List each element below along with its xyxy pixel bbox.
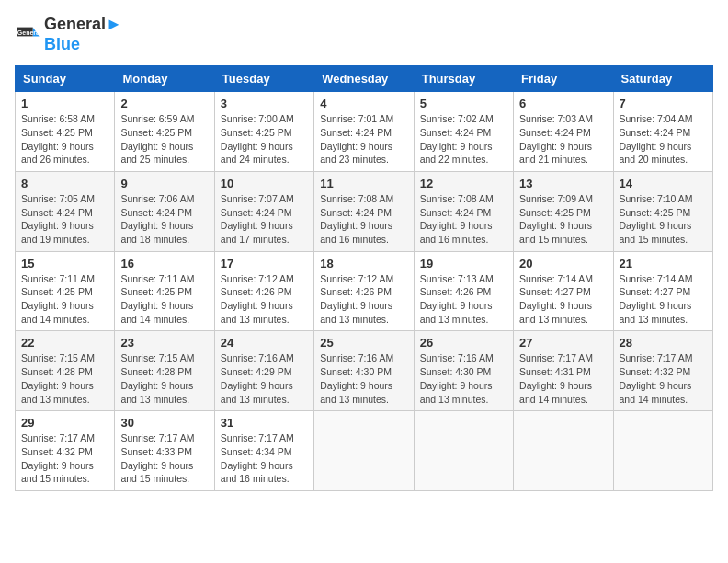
calendar-cell: 24Sunrise: 7:16 AMSunset: 4:29 PMDayligh… bbox=[214, 331, 313, 411]
calendar-cell: 19Sunrise: 7:13 AMSunset: 4:26 PMDayligh… bbox=[414, 251, 513, 331]
day-info: Sunrise: 7:17 AMSunset: 4:34 PMDaylight:… bbox=[221, 431, 308, 486]
calendar-week-3: 15Sunrise: 7:11 AMSunset: 4:25 PMDayligh… bbox=[16, 251, 713, 331]
day-number: 15 bbox=[21, 257, 108, 270]
day-info: Sunrise: 7:16 AMSunset: 4:30 PMDaylight:… bbox=[420, 351, 507, 406]
day-info: Sunrise: 7:17 AMSunset: 4:33 PMDaylight:… bbox=[120, 431, 208, 486]
day-info: Sunrise: 7:16 AMSunset: 4:30 PMDaylight:… bbox=[320, 351, 407, 406]
day-number: 2 bbox=[120, 97, 208, 110]
day-info: Sunrise: 7:11 AMSunset: 4:25 PMDaylight:… bbox=[21, 272, 108, 327]
calendar-cell: 20Sunrise: 7:14 AMSunset: 4:27 PMDayligh… bbox=[514, 251, 613, 331]
day-info: Sunrise: 7:03 AMSunset: 4:24 PMDaylight:… bbox=[519, 112, 607, 167]
calendar-cell bbox=[514, 411, 613, 491]
day-info: Sunrise: 7:14 AMSunset: 4:27 PMDaylight:… bbox=[519, 272, 607, 327]
day-number: 27 bbox=[519, 336, 607, 350]
calendar-week-4: 22Sunrise: 7:15 AMSunset: 4:28 PMDayligh… bbox=[16, 331, 713, 411]
calendar-cell: 2Sunrise: 6:59 AMSunset: 4:25 PMDaylight… bbox=[115, 92, 214, 172]
calendar-table: SundayMondayTuesdayWednesdayThursdayFrid… bbox=[15, 65, 713, 491]
day-number: 19 bbox=[420, 257, 507, 270]
day-number: 13 bbox=[519, 177, 607, 190]
calendar-cell: 27Sunrise: 7:17 AMSunset: 4:31 PMDayligh… bbox=[514, 331, 613, 411]
day-info: Sunrise: 6:58 AMSunset: 4:25 PMDaylight:… bbox=[21, 112, 108, 167]
calendar-cell: 21Sunrise: 7:14 AMSunset: 4:27 PMDayligh… bbox=[613, 251, 712, 331]
calendar-cell: 10Sunrise: 7:07 AMSunset: 4:24 PMDayligh… bbox=[214, 171, 313, 251]
day-info: Sunrise: 7:12 AMSunset: 4:26 PMDaylight:… bbox=[320, 272, 407, 327]
calendar-cell: 7Sunrise: 7:04 AMSunset: 4:24 PMDaylight… bbox=[613, 92, 712, 172]
day-number: 29 bbox=[21, 416, 108, 430]
day-info: Sunrise: 7:13 AMSunset: 4:26 PMDaylight:… bbox=[420, 272, 507, 327]
calendar-header-row: SundayMondayTuesdayWednesdayThursdayFrid… bbox=[16, 66, 713, 92]
day-number: 25 bbox=[320, 336, 407, 350]
day-number: 10 bbox=[221, 177, 308, 190]
calendar-cell: 8Sunrise: 7:05 AMSunset: 4:24 PMDaylight… bbox=[16, 171, 115, 251]
day-number: 11 bbox=[320, 177, 407, 190]
logo: General General►Blue bbox=[15, 15, 122, 54]
calendar-cell: 23Sunrise: 7:15 AMSunset: 4:28 PMDayligh… bbox=[115, 331, 214, 411]
calendar-week-5: 29Sunrise: 7:17 AMSunset: 4:32 PMDayligh… bbox=[16, 411, 713, 491]
day-info: Sunrise: 6:59 AMSunset: 4:25 PMDaylight:… bbox=[120, 112, 208, 167]
day-number: 9 bbox=[120, 177, 208, 190]
calendar-cell: 16Sunrise: 7:11 AMSunset: 4:25 PMDayligh… bbox=[115, 251, 214, 331]
logo-text: General►Blue bbox=[44, 15, 122, 54]
calendar-cell: 6Sunrise: 7:03 AMSunset: 4:24 PMDaylight… bbox=[514, 92, 613, 172]
calendar-cell: 18Sunrise: 7:12 AMSunset: 4:26 PMDayligh… bbox=[314, 251, 414, 331]
calendar-cell: 25Sunrise: 7:16 AMSunset: 4:30 PMDayligh… bbox=[314, 331, 414, 411]
calendar-cell: 12Sunrise: 7:08 AMSunset: 4:24 PMDayligh… bbox=[414, 171, 513, 251]
day-number: 16 bbox=[120, 257, 208, 270]
day-number: 31 bbox=[221, 416, 308, 430]
day-number: 1 bbox=[21, 97, 108, 110]
calendar-cell: 11Sunrise: 7:08 AMSunset: 4:24 PMDayligh… bbox=[314, 171, 414, 251]
calendar-cell: 22Sunrise: 7:15 AMSunset: 4:28 PMDayligh… bbox=[16, 331, 115, 411]
day-info: Sunrise: 7:02 AMSunset: 4:24 PMDaylight:… bbox=[420, 112, 507, 167]
calendar-cell: 9Sunrise: 7:06 AMSunset: 4:24 PMDaylight… bbox=[115, 171, 214, 251]
calendar-cell: 29Sunrise: 7:17 AMSunset: 4:32 PMDayligh… bbox=[16, 411, 115, 491]
day-info: Sunrise: 7:05 AMSunset: 4:24 PMDaylight:… bbox=[21, 192, 108, 247]
calendar-cell: 31Sunrise: 7:17 AMSunset: 4:34 PMDayligh… bbox=[214, 411, 313, 491]
day-info: Sunrise: 7:06 AMSunset: 4:24 PMDaylight:… bbox=[120, 192, 208, 247]
day-info: Sunrise: 7:01 AMSunset: 4:24 PMDaylight:… bbox=[320, 112, 407, 167]
day-number: 26 bbox=[420, 336, 507, 350]
day-number: 3 bbox=[221, 97, 308, 110]
day-header-tuesday: Tuesday bbox=[214, 66, 313, 92]
calendar-cell bbox=[613, 411, 712, 491]
day-number: 23 bbox=[120, 336, 208, 350]
day-number: 14 bbox=[620, 177, 707, 190]
day-number: 22 bbox=[21, 336, 108, 350]
calendar-cell: 1Sunrise: 6:58 AMSunset: 4:25 PMDaylight… bbox=[16, 92, 115, 172]
day-info: Sunrise: 7:14 AMSunset: 4:27 PMDaylight:… bbox=[620, 272, 707, 327]
calendar-week-1: 1Sunrise: 6:58 AMSunset: 4:25 PMDaylight… bbox=[16, 92, 713, 172]
day-info: Sunrise: 7:12 AMSunset: 4:26 PMDaylight:… bbox=[221, 272, 308, 327]
calendar-cell: 14Sunrise: 7:10 AMSunset: 4:25 PMDayligh… bbox=[613, 171, 712, 251]
day-info: Sunrise: 7:17 AMSunset: 4:32 PMDaylight:… bbox=[620, 351, 707, 406]
day-info: Sunrise: 7:07 AMSunset: 4:24 PMDaylight:… bbox=[221, 192, 308, 247]
calendar-cell: 17Sunrise: 7:12 AMSunset: 4:26 PMDayligh… bbox=[214, 251, 313, 331]
calendar-cell: 3Sunrise: 7:00 AMSunset: 4:25 PMDaylight… bbox=[214, 92, 313, 172]
day-header-monday: Monday bbox=[115, 66, 214, 92]
day-header-saturday: Saturday bbox=[613, 66, 712, 92]
day-number: 28 bbox=[620, 336, 707, 350]
day-header-thursday: Thursday bbox=[414, 66, 513, 92]
calendar-week-2: 8Sunrise: 7:05 AMSunset: 4:24 PMDaylight… bbox=[16, 171, 713, 251]
logo-icon: General bbox=[15, 22, 40, 48]
day-number: 12 bbox=[420, 177, 507, 190]
page-header: General General►Blue bbox=[15, 15, 713, 54]
day-info: Sunrise: 7:15 AMSunset: 4:28 PMDaylight:… bbox=[120, 351, 208, 406]
calendar-cell: 26Sunrise: 7:16 AMSunset: 4:30 PMDayligh… bbox=[414, 331, 513, 411]
day-number: 21 bbox=[620, 257, 707, 270]
calendar-cell: 4Sunrise: 7:01 AMSunset: 4:24 PMDaylight… bbox=[314, 92, 414, 172]
day-info: Sunrise: 7:00 AMSunset: 4:25 PMDaylight:… bbox=[221, 112, 308, 167]
day-info: Sunrise: 7:10 AMSunset: 4:25 PMDaylight:… bbox=[620, 192, 707, 247]
calendar-cell: 13Sunrise: 7:09 AMSunset: 4:25 PMDayligh… bbox=[514, 171, 613, 251]
day-number: 17 bbox=[221, 257, 308, 270]
day-info: Sunrise: 7:08 AMSunset: 4:24 PMDaylight:… bbox=[320, 192, 407, 247]
day-number: 24 bbox=[221, 336, 308, 350]
day-number: 6 bbox=[519, 97, 607, 110]
day-info: Sunrise: 7:11 AMSunset: 4:25 PMDaylight:… bbox=[120, 272, 208, 327]
day-header-friday: Friday bbox=[514, 66, 613, 92]
calendar-cell: 5Sunrise: 7:02 AMSunset: 4:24 PMDaylight… bbox=[414, 92, 513, 172]
day-info: Sunrise: 7:16 AMSunset: 4:29 PMDaylight:… bbox=[221, 351, 308, 406]
day-number: 8 bbox=[21, 177, 108, 190]
calendar-cell: 30Sunrise: 7:17 AMSunset: 4:33 PMDayligh… bbox=[115, 411, 214, 491]
day-number: 20 bbox=[519, 257, 607, 270]
calendar-cell bbox=[414, 411, 513, 491]
day-info: Sunrise: 7:09 AMSunset: 4:25 PMDaylight:… bbox=[519, 192, 607, 247]
